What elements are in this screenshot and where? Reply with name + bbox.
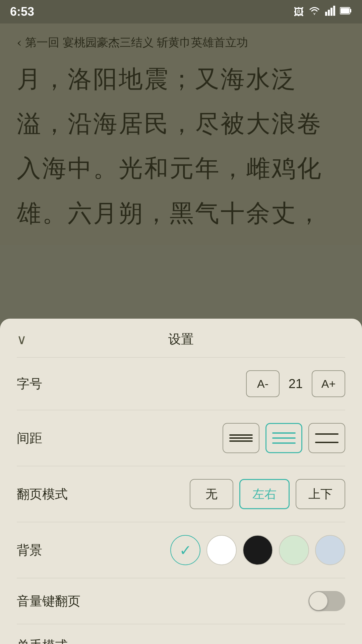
line3: [229, 440, 253, 442]
settings-title: 设置: [168, 331, 194, 348]
bg-white-button[interactable]: [206, 535, 237, 565]
line3: [272, 442, 296, 444]
spacing-medium-icon: [272, 432, 296, 444]
line2: [229, 437, 253, 439]
bg-beige-button[interactable]: ✓: [170, 535, 200, 565]
background-label: 背景: [17, 542, 42, 559]
line2: [272, 437, 296, 439]
line2: [315, 442, 339, 443]
page-mode-lr-button[interactable]: 左右: [239, 479, 290, 509]
page-mode-none-button[interactable]: 无: [190, 479, 233, 509]
chapter-title: 第一回 宴桃园豪杰三结义 斩黄巾英雄首立功: [25, 35, 248, 50]
font-increase-button[interactable]: A+: [312, 370, 345, 397]
svg-rect-5: [350, 9, 351, 12]
page-mode-label: 翻页模式: [17, 486, 68, 503]
background-controls: ✓: [170, 535, 345, 565]
reading-area: ‹ 第一回 宴桃园豪杰三结义 斩黄巾英雄首立功 月，洛阳地震；又海水泛溢，沿海居…: [0, 23, 362, 245]
spacing-wide-button[interactable]: [308, 423, 345, 453]
single-hand-label: 单手模式: [17, 637, 111, 644]
svg-rect-3: [333, 6, 335, 16]
svg-rect-0: [325, 12, 327, 16]
battery-icon: [340, 6, 352, 18]
page-mode-ud-button[interactable]: 上下: [296, 479, 345, 509]
spacing-label: 间距: [17, 430, 42, 447]
signal-icon: [325, 6, 335, 18]
status-icons: 🖼: [294, 6, 352, 18]
reading-content: 月，洛阳地震；又海水泛溢，沿海居民，尽被大浪卷入海中。光和元年，雌鸡化雄。六月朔…: [17, 57, 345, 245]
nav-bar[interactable]: ‹ 第一回 宴桃园豪杰三结义 斩黄巾英雄首立功: [17, 30, 345, 57]
status-bar: 6:53 🖼: [0, 0, 362, 23]
spacing-medium-button[interactable]: [265, 423, 302, 453]
back-button[interactable]: ‹: [17, 35, 22, 50]
settings-header: ∨ 设置: [17, 319, 345, 358]
spacing-compact-icon: [229, 434, 253, 442]
volume-key-toggle[interactable]: [308, 591, 345, 611]
font-size-controls: A- 21 A+: [246, 370, 345, 397]
page-mode-row: 翻页模式 无 左右 上下: [17, 466, 345, 522]
svg-rect-2: [330, 8, 333, 16]
volume-key-label: 音量键翻页: [17, 593, 80, 610]
svg-rect-6: [341, 8, 349, 13]
status-time: 6:53: [10, 5, 34, 19]
image-icon: 🖼: [294, 6, 304, 18]
line1: [315, 433, 339, 435]
svg-rect-1: [328, 10, 330, 16]
spacing-row: 间距: [17, 410, 345, 466]
bg-green-button[interactable]: [279, 535, 309, 565]
single-hand-row: 单手模式 点击左右两侧翻下一页: [17, 624, 345, 644]
spacing-wide-icon: [315, 433, 339, 443]
font-decrease-button[interactable]: A-: [246, 370, 280, 397]
toggle-knob: [309, 592, 327, 610]
spacing-compact-button[interactable]: [223, 423, 259, 453]
close-settings-button[interactable]: ∨: [17, 332, 26, 347]
page-mode-controls: 无 左右 上下: [190, 479, 345, 509]
line1: [229, 434, 253, 436]
single-hand-label-group: 单手模式 点击左右两侧翻下一页: [17, 637, 111, 644]
volume-key-row: 音量键翻页: [17, 578, 345, 624]
settings-panel: ∨ 设置 字号 A- 21 A+ 间距: [0, 319, 362, 644]
font-size-row: 字号 A- 21 A+: [17, 358, 345, 410]
bg-blue-button[interactable]: [315, 535, 345, 565]
bg-check-icon: ✓: [179, 542, 192, 559]
line1: [272, 432, 296, 434]
wifi-icon: [308, 6, 320, 18]
spacing-controls: [223, 423, 345, 453]
background-row: 背景 ✓: [17, 522, 345, 578]
font-size-value: 21: [286, 377, 306, 391]
bg-black-button[interactable]: [243, 535, 273, 565]
font-size-label: 字号: [17, 375, 42, 392]
